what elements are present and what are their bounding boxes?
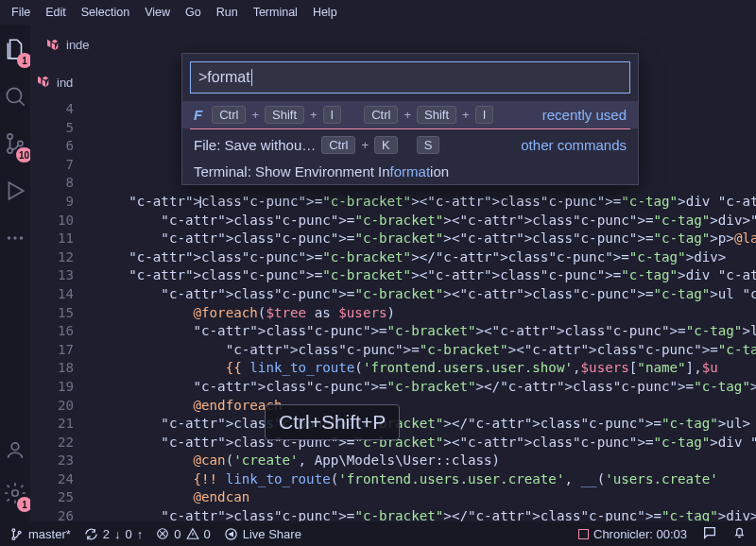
tab-index[interactable]: inde — [36, 33, 99, 56]
svg-point-9 — [11, 443, 19, 451]
status-sync[interactable]: 2↓ 0↑ — [84, 527, 143, 541]
menu-go[interactable]: Go — [178, 4, 209, 21]
keystroke-overlay: Ctrl+Shift+P — [265, 404, 400, 440]
menu-terminal[interactable]: Terminal — [246, 4, 305, 21]
command-palette: >format F Ctrl+ Shift+ I Ctrl+ Shift+ I … — [181, 53, 639, 185]
menu-view[interactable]: View — [137, 4, 178, 21]
svg-point-7 — [13, 236, 16, 239]
palette-cmd-letter: F — [194, 107, 202, 123]
palette-hint: other commands — [521, 137, 627, 153]
palette-result-save[interactable]: File: Save withou… Ctrl+ K S other comma… — [182, 131, 638, 159]
search-icon[interactable] — [0, 81, 30, 111]
status-chronicler[interactable]: Chronicler: 00:03 — [578, 527, 687, 541]
line-gutter: 4567891011121314151617181920212223242526… — [30, 100, 96, 521]
svg-point-8 — [20, 236, 23, 239]
feedback-icon[interactable] — [702, 525, 717, 543]
record-icon — [578, 529, 589, 539]
palette-input[interactable]: >format — [190, 61, 630, 94]
bell-icon[interactable] — [732, 525, 747, 542]
menu-run[interactable]: Run — [209, 4, 246, 21]
status-branch[interactable]: master* — [9, 527, 71, 541]
menu-help[interactable]: Help — [305, 4, 345, 21]
svg-point-3 — [8, 148, 12, 153]
editor-area: inde ind nod-users-pd-h 4567891011121314… — [30, 25, 756, 521]
run-debug-icon[interactable] — [0, 176, 30, 206]
palette-input-text: >format — [198, 69, 250, 86]
palette-hint: recently used — [542, 107, 627, 123]
breadcrumb-label: ind — [57, 76, 73, 90]
status-bar: master* 2↓ 0↑ 0 0 Live Share Chronicler:… — [0, 521, 756, 546]
svg-point-2 — [8, 134, 12, 139]
menu-bar: File Edit Selection View Go Run Terminal… — [0, 0, 756, 25]
svg-marker-5 — [9, 182, 24, 198]
svg-point-0 — [7, 88, 21, 102]
account-icon[interactable] — [0, 435, 30, 465]
palette-result-format[interactable]: F Ctrl+ Shift+ I Ctrl+ Shift+ I recently… — [182, 101, 638, 128]
svg-point-6 — [8, 236, 10, 239]
svg-line-1 — [19, 100, 24, 105]
menu-file[interactable]: File — [4, 4, 38, 21]
menu-edit[interactable]: Edit — [38, 4, 74, 21]
laravel-icon — [36, 74, 51, 92]
svg-point-10 — [12, 490, 19, 497]
explorer-icon[interactable]: 1 — [0, 34, 30, 64]
palette-result-terminal[interactable]: Terminal: Show Environment Information — [182, 159, 638, 184]
source-control-icon[interactable]: 10 — [0, 128, 30, 159]
activity-bar: 1 10 1 — [0, 25, 30, 521]
status-problems[interactable]: 0 0 — [156, 527, 210, 541]
menu-selection[interactable]: Selection — [74, 4, 137, 21]
svg-point-17 — [12, 528, 15, 531]
extensions-icon[interactable] — [0, 223, 30, 253]
text-cursor-icon: I — [198, 195, 202, 212]
svg-point-18 — [12, 537, 15, 539]
settings-gear-icon[interactable]: 1 — [0, 478, 30, 508]
laravel-icon — [45, 37, 60, 52]
tab-label: inde — [66, 38, 90, 52]
svg-point-19 — [18, 531, 21, 534]
status-liveshare[interactable]: Live Share — [224, 527, 301, 541]
